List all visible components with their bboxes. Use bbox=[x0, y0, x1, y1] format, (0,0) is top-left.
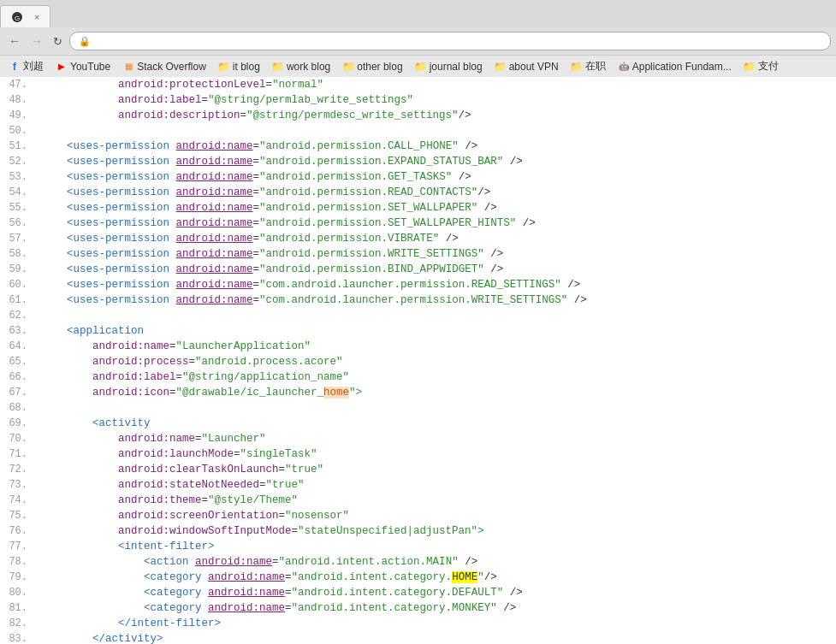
code-token-string: "android.intent.category. bbox=[292, 571, 453, 583]
code-token-string: "android.permission.CALL_PHONE" bbox=[259, 140, 459, 152]
code-token-attr-noul: android:process bbox=[92, 356, 189, 368]
code-token-text: /> bbox=[497, 602, 517, 614]
line-content: <uses-permission android:name="android.p… bbox=[38, 185, 836, 200]
code-token-tag: > bbox=[477, 525, 484, 537]
line-content: android:label="@string/application_name" bbox=[38, 369, 836, 385]
code-token-text: = bbox=[240, 109, 247, 121]
code-token-string: "android.process.acore" bbox=[195, 356, 343, 368]
code-token-text: = bbox=[176, 371, 183, 383]
bm-otherblog[interactable]: 📁other blog bbox=[337, 60, 407, 74]
line-content: <uses-permission android:name="com.andro… bbox=[38, 292, 836, 308]
line-content: android:description="@string/permdesc_wr… bbox=[38, 108, 836, 123]
bm-itblog-favicon: 📁 bbox=[218, 61, 230, 73]
code-token-text bbox=[169, 217, 176, 229]
code-token-tag: </activity bbox=[92, 633, 157, 644]
browser-chrome: G × ← → ↻ 🔒 f刘超▶YouTube▦Stack Overflow📁i… bbox=[0, 0, 836, 77]
code-token-indent bbox=[41, 217, 67, 229]
active-tab[interactable]: G × bbox=[0, 5, 50, 27]
code-token-text: = bbox=[279, 464, 286, 476]
code-line: 69. <activity bbox=[0, 416, 836, 431]
code-token-string: "@string/permdesc_write_settings" bbox=[246, 109, 459, 121]
line-content: <category android:name="android.intent.c… bbox=[38, 585, 836, 600]
code-token-attr-noul: android:label bbox=[118, 94, 202, 106]
code-token-string: "@string/permlab_write_settings" bbox=[208, 94, 413, 106]
line-number: 50. bbox=[0, 123, 38, 139]
forward-button[interactable]: → bbox=[27, 32, 46, 50]
code-token-tag: > bbox=[157, 633, 163, 644]
code-token-text: = bbox=[272, 556, 279, 568]
code-token-string: "android.intent.action.MAIN" bbox=[279, 556, 459, 568]
code-line: 49. android:description="@string/permdes… bbox=[0, 108, 836, 123]
bm-appfunda[interactable]: 🤖Application Fundam... bbox=[613, 60, 737, 74]
code-line: 48. android:label="@string/permlab_write… bbox=[0, 92, 836, 108]
code-token-tag: <uses-permission bbox=[67, 171, 169, 183]
code-token-string: "com.android.launcher.permission.WRITE_S… bbox=[259, 294, 567, 306]
bm-stackoverflow-label: Stack Overflow bbox=[137, 61, 206, 73]
code-token-indent bbox=[41, 387, 92, 399]
line-content: <uses-permission android:name="android.p… bbox=[38, 154, 836, 169]
code-token-indent bbox=[41, 602, 144, 614]
code-token-indent bbox=[41, 294, 67, 306]
code-token-text bbox=[202, 571, 209, 583]
svg-text:G: G bbox=[15, 14, 20, 21]
code-token-text: = bbox=[259, 479, 266, 491]
line-content: <application bbox=[38, 323, 836, 339]
bm-aboutvpn[interactable]: 📁about VPN bbox=[489, 60, 564, 74]
bm-aboutvpn-favicon: 📁 bbox=[495, 61, 507, 73]
tab-close-button[interactable]: × bbox=[34, 12, 39, 22]
bm-zhi[interactable]: 📁支付 bbox=[738, 58, 784, 74]
code-line: 58. <uses-permission android:name="andro… bbox=[0, 246, 836, 262]
code-token-tag: <category bbox=[144, 587, 202, 599]
bm-stackoverflow[interactable]: ▦Stack Overflow bbox=[117, 60, 211, 74]
address-input[interactable]: 🔒 bbox=[69, 32, 831, 50]
line-number: 61. bbox=[0, 292, 38, 308]
line-content: android:windowSoftInputMode="stateUnspec… bbox=[38, 523, 836, 539]
code-token-text: = bbox=[202, 494, 209, 506]
bm-zaizhi[interactable]: 📁在职 bbox=[566, 58, 611, 74]
code-token-string-hl: home bbox=[323, 387, 349, 399]
code-token-attr-noul: android:screenOrientation bbox=[118, 510, 279, 522]
code-token-text: = bbox=[189, 356, 196, 368]
back-button[interactable]: ← bbox=[5, 32, 24, 50]
code-line: 79. <category android:name="android.inte… bbox=[0, 570, 836, 585]
line-number: 77. bbox=[0, 539, 38, 554]
code-token-text: = bbox=[169, 387, 176, 399]
code-line: 47. android:protectionLevel="normal" bbox=[0, 77, 836, 92]
line-number: 60. bbox=[0, 277, 38, 292]
code-token-attr: android:name bbox=[176, 186, 253, 198]
bookmarks-bar: f刘超▶YouTube▦Stack Overflow📁it blog📁work … bbox=[0, 55, 836, 77]
line-content: <uses-permission android:name="android.p… bbox=[38, 216, 836, 231]
line-number: 80. bbox=[0, 585, 38, 600]
code-token-text: = bbox=[266, 79, 273, 91]
code-line: 73. android:stateNotNeeded="true" bbox=[0, 477, 836, 493]
bm-youtube[interactable]: ▶YouTube bbox=[50, 60, 116, 74]
line-content: android:theme="@style/Theme" bbox=[38, 493, 836, 508]
code-line: 57. <uses-permission android:name="andro… bbox=[0, 231, 836, 246]
bm-itblog[interactable]: 📁it blog bbox=[213, 60, 265, 74]
code-token-text bbox=[169, 263, 176, 275]
bm-workblog-favicon: 📁 bbox=[272, 61, 284, 73]
code-token-string: "Launcher" bbox=[202, 433, 266, 445]
code-token-attr-noul: android:clearTaskOnLaunch bbox=[118, 464, 279, 476]
code-token-attr-noul: android:name bbox=[118, 433, 195, 445]
code-token-tag: <category bbox=[144, 571, 202, 583]
code-token-text: = bbox=[253, 202, 260, 214]
line-content: <action android:name="android.intent.act… bbox=[38, 554, 836, 570]
code-token-text: /> bbox=[484, 263, 504, 275]
code-line: 66. android:label="@string/application_n… bbox=[0, 369, 836, 385]
code-token-attr-noul: android:name bbox=[92, 340, 169, 352]
bm-journalblog[interactable]: 📁journal blog bbox=[410, 60, 488, 74]
line-number: 52. bbox=[0, 154, 38, 169]
code-token-text bbox=[169, 186, 176, 198]
code-token-tag: <uses-permission bbox=[67, 248, 169, 260]
bm-zaizhi-label: 在职 bbox=[585, 59, 606, 74]
bm-liu[interactable]: f刘超 bbox=[3, 58, 49, 74]
line-content: android:clearTaskOnLaunch="true" bbox=[38, 462, 836, 477]
code-token-text: /> bbox=[516, 217, 536, 229]
bm-workblog[interactable]: 📁work blog bbox=[267, 60, 335, 74]
code-token-attr: android:name bbox=[176, 294, 253, 306]
line-number: 69. bbox=[0, 416, 38, 431]
bm-aboutvpn-label: about VPN bbox=[509, 61, 559, 73]
code-token-text: = bbox=[285, 587, 292, 599]
reload-button[interactable]: ↻ bbox=[50, 33, 66, 50]
